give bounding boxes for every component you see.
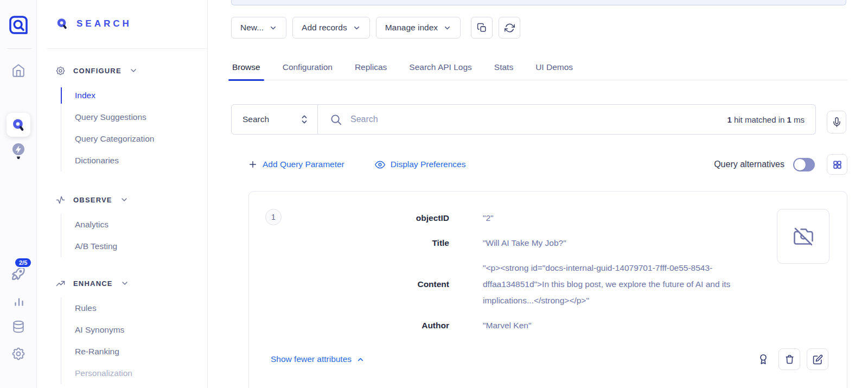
hits-text: hit matched in <box>732 115 787 124</box>
camera-off-icon <box>794 227 813 246</box>
sidebar-item-query-suggestions[interactable]: Query Suggestions <box>75 106 203 128</box>
tab-browse[interactable]: Browse <box>231 54 261 80</box>
tab-stats[interactable]: Stats <box>493 54 514 80</box>
add-records-label: Add records <box>302 23 347 33</box>
section-header-observe[interactable]: OBSERVE <box>55 190 203 209</box>
chevron-down-icon <box>120 195 129 204</box>
refresh-icon <box>505 23 515 33</box>
sidebar-nav: CONFIGURE Index Query Suggestions Query … <box>55 61 203 384</box>
query-alternatives-toggle[interactable] <box>793 158 815 171</box>
tab-configuration[interactable]: Configuration <box>282 54 334 80</box>
section-items-observe: Analytics A/B Testing <box>61 214 203 257</box>
trending-up-icon <box>55 278 66 289</box>
sidebar-item-dictionaries[interactable]: Dictionaries <box>75 150 203 171</box>
new-button[interactable]: New... <box>231 17 286 39</box>
index-selector-edge[interactable] <box>231 0 846 5</box>
section-label: OBSERVE <box>73 196 112 204</box>
tab-ui-demos[interactable]: UI Demos <box>534 54 574 80</box>
tab-search-api-logs[interactable]: Search API Logs <box>408 54 473 80</box>
search-input-box: 1 hit matched in 1 ms <box>318 104 816 135</box>
grid-icon <box>832 160 843 170</box>
search-input[interactable] <box>350 115 719 124</box>
layout-grid-button[interactable] <box>827 154 847 175</box>
rail-divider <box>7 48 31 49</box>
time-value: 1 <box>787 115 791 124</box>
new-button-label: New... <box>240 23 264 33</box>
attribute-name: Author <box>249 321 449 330</box>
chevron-down-icon <box>443 24 451 32</box>
search-scope-value: Search <box>242 115 269 124</box>
hit-card: 1 objectID "2" Title "Will AI Take My Jo… <box>248 191 847 388</box>
sidebar-item-rules[interactable]: Rules <box>75 297 203 319</box>
sidebar-item-index[interactable]: Index <box>75 85 203 106</box>
add-records-button[interactable]: Add records <box>292 17 370 39</box>
sidebar-item-re-ranking[interactable]: Re-Ranking <box>75 341 203 362</box>
product-title: SEARCH <box>76 18 132 29</box>
attribute-value: "2" <box>483 210 755 226</box>
add-query-parameter-label: Add Query Parameter <box>263 160 344 169</box>
section-label: ENHANCE <box>73 279 113 288</box>
display-preferences-link[interactable]: Display Preferences <box>375 160 466 170</box>
chevron-up-down-icon <box>300 113 309 125</box>
add-query-parameter-link[interactable]: Add Query Parameter <box>248 160 344 169</box>
chevron-down-icon <box>353 24 361 32</box>
query-alternatives-label: Query alternatives <box>714 160 784 169</box>
attribute-name: Content <box>249 279 449 289</box>
tab-replicas[interactable]: Replicas <box>354 54 388 80</box>
home-icon[interactable] <box>11 63 25 78</box>
sidebar-item-analytics[interactable]: Analytics <box>75 214 203 236</box>
attribute-value: "Marvel Ken" <box>483 317 755 334</box>
search-stats: 1 hit matched in 1 ms <box>727 115 805 124</box>
algolia-logo[interactable] <box>8 14 29 36</box>
time-unit: ms <box>792 115 805 124</box>
bar-chart-icon[interactable] <box>12 295 26 309</box>
section-header-configure[interactable]: CONFIGURE <box>55 61 203 80</box>
hit-footer: Show fewer attributes <box>271 348 828 370</box>
sidebar-item-query-categorization[interactable]: Query Categorization <box>75 128 203 150</box>
sidebar-item-ai-synonyms[interactable]: AI Synonyms <box>75 319 203 341</box>
hit-attributes: objectID "2" Title "Will AI Take My Job?… <box>249 210 755 334</box>
gear-icon[interactable] <box>11 346 26 361</box>
search-scope-select[interactable]: Search <box>231 104 318 135</box>
app-rail: 2/5 <box>0 0 37 388</box>
sidebar: SEARCH CONFIGURE Index Query Suggestions… <box>37 0 208 388</box>
section-header-enhance[interactable]: ENHANCE <box>55 273 203 293</box>
sidebar-item-ab-testing[interactable]: A/B Testing <box>75 236 203 257</box>
search-product-icon <box>11 118 25 132</box>
query-controls-row: Add Query Parameter Display Preferences … <box>248 154 847 175</box>
hit-actions <box>758 348 828 370</box>
usage-badge: 2/5 <box>14 257 32 268</box>
refresh-button[interactable] <box>499 17 520 39</box>
rail-item-search-active[interactable] <box>7 113 30 137</box>
manage-index-button[interactable]: Manage index <box>376 17 461 39</box>
microphone-icon <box>832 117 842 128</box>
attribute-name: objectID <box>249 213 449 223</box>
section-items-configure: Index Query Suggestions Query Categoriza… <box>61 85 203 171</box>
voice-search-button[interactable] <box>827 111 846 133</box>
show-fewer-label: Show fewer attributes <box>271 354 352 364</box>
trash-icon <box>784 354 795 365</box>
edit-icon <box>813 354 823 365</box>
ranking-info-button[interactable] <box>758 354 769 365</box>
image-placeholder <box>777 209 829 264</box>
eye-icon <box>375 160 385 170</box>
delete-record-button[interactable] <box>778 348 800 370</box>
show-fewer-attributes-link[interactable]: Show fewer attributes <box>271 354 365 364</box>
search-icon <box>330 113 342 126</box>
section-items-enhance: Rules AI Synonyms Re-Ranking Personaliza… <box>61 297 203 384</box>
sidebar-divider <box>47 48 207 49</box>
section-label: CONFIGURE <box>73 67 122 75</box>
toggle-knob <box>794 159 806 170</box>
search-product-icon <box>56 17 68 30</box>
attribute-value: "<p><strong id="docs-internal-guid-14079… <box>483 260 755 309</box>
sidebar-item-personalization[interactable]: Personalization <box>75 362 203 384</box>
database-icon[interactable] <box>11 319 25 334</box>
edit-record-button[interactable] <box>807 348 828 370</box>
search-bar: Search 1 hit matched in 1 ms <box>231 104 816 135</box>
chevron-up-icon <box>356 355 365 364</box>
lightbulb-icon[interactable] <box>10 142 27 161</box>
sidebar-header: SEARCH <box>56 17 132 30</box>
copy-button[interactable] <box>471 17 493 39</box>
award-icon <box>758 354 769 365</box>
plus-icon <box>248 160 257 169</box>
